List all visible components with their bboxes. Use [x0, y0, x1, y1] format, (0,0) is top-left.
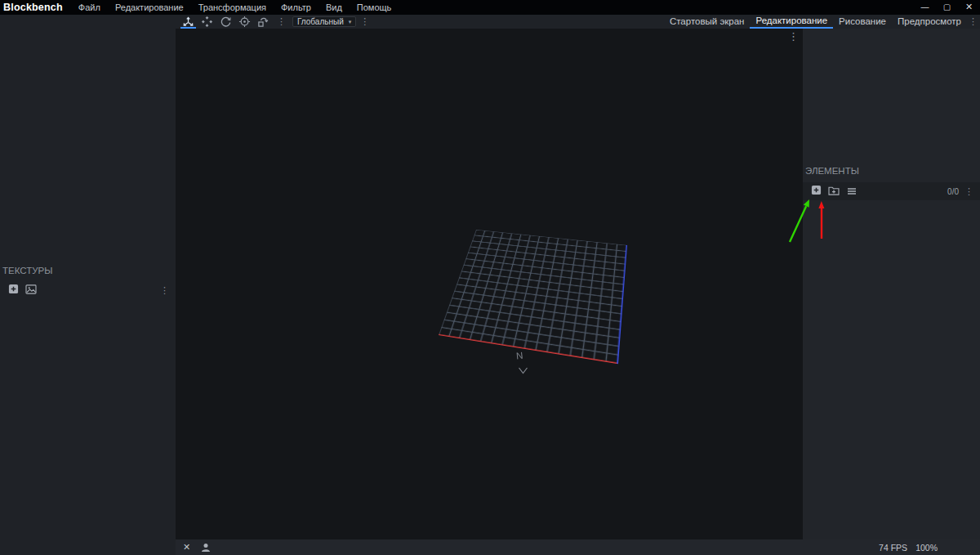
- add-group-button[interactable]: [825, 185, 843, 198]
- north-indicator: N: [515, 351, 523, 361]
- pivot-tool-icon: [238, 16, 251, 28]
- elements-panel-title: ЭЛЕМЕНТЫ: [803, 164, 980, 177]
- right-sidebar: ЭЛЕМЕНТЫ 0/0 ⋮: [803, 29, 980, 539]
- transform-space-dropdown[interactable]: Глобальный ▾: [292, 16, 356, 27]
- mode-tabbar: Стартовый экран Редактирование Рисование…: [664, 15, 980, 29]
- elements-toolbar: 0/0 ⋮: [803, 182, 980, 200]
- rotate-tool-icon: [220, 16, 232, 28]
- viewport-menu-icon[interactable]: ⋮: [788, 30, 799, 43]
- vertex-snap-tool-icon: [257, 16, 270, 28]
- z-axis-line: [618, 245, 627, 364]
- textures-panel: ТЕКСТУРЫ ⋮: [0, 264, 176, 299]
- account-icon[interactable]: [201, 543, 211, 553]
- textures-panel-title: ТЕКСТУРЫ: [0, 264, 176, 277]
- tab-edit[interactable]: Редактирование: [750, 15, 833, 29]
- close-button[interactable]: ✕: [958, 0, 980, 15]
- tab-preview[interactable]: Предпросмотр: [892, 15, 967, 29]
- blockbench-window: Blockbench Файл Редактирование Трансформ…: [0, 0, 980, 555]
- folder-plus-icon: [828, 184, 840, 199]
- statusbar: ✕ 74 FPS 100%: [176, 539, 980, 555]
- add-texture-button[interactable]: [4, 284, 22, 297]
- vertex-snap-tool-button[interactable]: [254, 15, 273, 29]
- zoom-level: 100%: [915, 543, 938, 553]
- maximize-button[interactable]: ▢: [936, 0, 958, 15]
- menu-file[interactable]: Файл: [71, 0, 108, 15]
- minimize-button[interactable]: —: [914, 0, 936, 15]
- menu-view[interactable]: Вид: [318, 0, 350, 15]
- main-toolbar: ⋮ Глобальный ▾ ⋮ Стартовый экран Редакти…: [176, 15, 980, 29]
- selection-counter: 0/0: [947, 187, 959, 196]
- resize-tool-icon: [201, 16, 213, 28]
- tabbar-menu-icon[interactable]: ⋮: [967, 16, 980, 27]
- status-close-icon[interactable]: ✕: [183, 542, 190, 553]
- elements-panel: ЭЛЕМЕНТЫ 0/0 ⋮: [803, 164, 980, 200]
- fps-counter: 74 FPS: [879, 543, 907, 553]
- chevron-down-icon: ▾: [349, 19, 352, 25]
- menu-transform[interactable]: Трансформация: [191, 0, 274, 15]
- elements-menu-icon[interactable]: ⋮: [962, 186, 976, 197]
- toggle-list-button[interactable]: [843, 185, 861, 198]
- resize-tool-button[interactable]: [198, 15, 216, 29]
- toolbar-menu-icon[interactable]: ⋮: [356, 15, 373, 29]
- textures-menu-icon[interactable]: ⋮: [158, 285, 172, 296]
- viewport-3d[interactable]: N ⋮: [176, 29, 803, 539]
- move-tool-icon: [182, 16, 194, 28]
- image-icon: [25, 283, 37, 298]
- app-logo: Blockbench: [0, 2, 71, 13]
- tab-paint[interactable]: Рисование: [833, 15, 892, 29]
- transform-space-value: Глобальный: [297, 17, 344, 26]
- titlebar: Blockbench Файл Редактирование Трансформ…: [0, 0, 980, 15]
- x-axis-line: [439, 335, 618, 364]
- import-texture-button[interactable]: [22, 284, 40, 297]
- tool-overflow-menu-icon[interactable]: ⋮: [273, 15, 290, 29]
- add-cube-button[interactable]: [807, 185, 825, 198]
- move-tool-button[interactable]: [179, 15, 198, 29]
- ground-grid: [439, 230, 627, 364]
- cube-plus-icon: [811, 184, 822, 199]
- textures-toolbar: ⋮: [0, 281, 176, 299]
- rotate-tool-button[interactable]: [216, 15, 235, 29]
- list-icon: [847, 184, 857, 199]
- left-sidebar: ТЕКСТУРЫ ⋮: [0, 15, 176, 555]
- tab-start-screen[interactable]: Стартовый экран: [664, 15, 751, 29]
- menu-edit[interactable]: Редактирование: [108, 0, 191, 15]
- add-texture-icon: [8, 283, 19, 298]
- menu-help[interactable]: Помощь: [350, 0, 399, 15]
- pivot-tool-button[interactable]: [235, 15, 254, 29]
- north-chevron-icon: [518, 363, 528, 378]
- menu-filter[interactable]: Фильтр: [274, 0, 318, 15]
